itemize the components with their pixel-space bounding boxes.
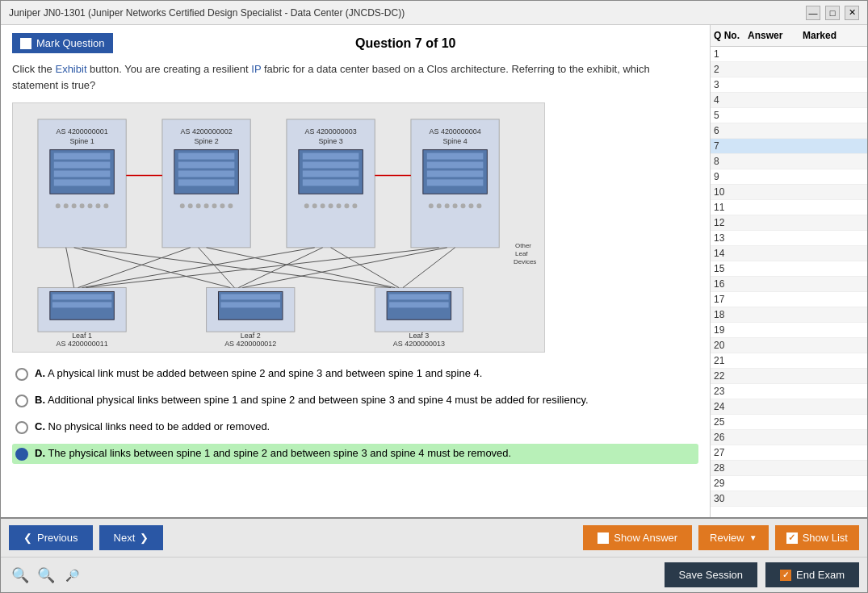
qrow-number: 10 bbox=[714, 186, 748, 198]
table-row[interactable]: 25 bbox=[711, 415, 867, 430]
table-row[interactable]: 1 bbox=[711, 47, 867, 62]
qrow-answer bbox=[748, 125, 803, 136]
qrow-marked bbox=[803, 217, 851, 228]
show-list-label: Show List bbox=[803, 532, 848, 544]
table-row[interactable]: 29 bbox=[711, 476, 867, 491]
svg-point-13 bbox=[88, 203, 93, 208]
qrow-marked bbox=[803, 232, 851, 244]
table-row[interactable]: 9 bbox=[711, 169, 867, 185]
table-row[interactable]: 14 bbox=[711, 246, 867, 261]
qrow-number: 6 bbox=[714, 125, 748, 136]
svg-text:AS 4200000002: AS 4200000002 bbox=[181, 127, 233, 136]
save-session-button[interactable]: Save Session bbox=[665, 562, 758, 587]
table-row[interactable]: 22 bbox=[711, 369, 867, 384]
svg-rect-8 bbox=[54, 179, 111, 186]
close-button[interactable]: ✕ bbox=[845, 6, 859, 20]
option-d[interactable]: D. The physical links between spine 1 an… bbox=[12, 444, 698, 464]
next-arrow-icon bbox=[140, 532, 149, 544]
qrow-marked bbox=[803, 94, 851, 106]
svg-point-12 bbox=[80, 203, 85, 208]
option-b-radio[interactable] bbox=[15, 395, 28, 407]
show-list-button[interactable]: Show List bbox=[775, 525, 859, 550]
table-row[interactable]: 16 bbox=[711, 277, 867, 292]
table-row[interactable]: 30 bbox=[711, 491, 867, 507]
qrow-answer bbox=[748, 370, 803, 382]
table-row[interactable]: 5 bbox=[711, 108, 867, 123]
show-answer-button[interactable]: Show Answer bbox=[583, 525, 692, 550]
qrow-answer bbox=[748, 401, 803, 412]
svg-rect-36 bbox=[303, 162, 359, 169]
table-row[interactable]: 3 bbox=[711, 77, 867, 93]
qrow-number: 5 bbox=[714, 110, 748, 121]
qrow-number: 29 bbox=[714, 478, 748, 489]
table-row[interactable]: 7 bbox=[711, 139, 867, 154]
table-row[interactable]: 21 bbox=[711, 353, 867, 369]
toolbar: Mark Question Question 7 of 10 bbox=[12, 33, 698, 53]
table-row[interactable]: 24 bbox=[711, 399, 867, 415]
table-row[interactable]: 19 bbox=[711, 323, 867, 338]
table-row[interactable]: 6 bbox=[711, 123, 867, 139]
option-c-radio[interactable] bbox=[15, 421, 28, 434]
table-row[interactable]: 4 bbox=[711, 93, 867, 108]
table-row[interactable]: 23 bbox=[711, 384, 867, 399]
table-row[interactable]: 8 bbox=[711, 154, 867, 169]
qrow-answer bbox=[748, 324, 803, 336]
option-a-radio[interactable] bbox=[15, 368, 28, 381]
option-a[interactable]: A. A physical link must be added between… bbox=[12, 364, 698, 384]
svg-rect-64 bbox=[52, 302, 112, 307]
table-row[interactable]: 12 bbox=[711, 215, 867, 231]
qrow-answer bbox=[748, 447, 803, 458]
exhibit-svg: AS 4200000001 Spine 1 bbox=[13, 103, 544, 352]
table-row[interactable]: 11 bbox=[711, 200, 867, 215]
minimize-button[interactable]: — bbox=[806, 6, 820, 20]
zoom-controls: 🔍 🔍 🔎 bbox=[9, 564, 83, 587]
col-answer-header: Answer bbox=[748, 30, 803, 41]
qrow-answer bbox=[748, 478, 803, 489]
option-b[interactable]: B. Additional physical links between spi… bbox=[12, 390, 698, 411]
table-row[interactable]: 10 bbox=[711, 185, 867, 200]
svg-text:Leaf 3: Leaf 3 bbox=[409, 332, 429, 340]
table-row[interactable]: 27 bbox=[711, 445, 867, 461]
qrow-number: 30 bbox=[714, 493, 748, 504]
table-row[interactable]: 17 bbox=[711, 292, 867, 307]
svg-rect-7 bbox=[54, 170, 111, 177]
review-button[interactable]: Review ▼ bbox=[698, 525, 769, 550]
qrow-answer bbox=[748, 263, 803, 274]
qrow-number: 7 bbox=[714, 140, 748, 152]
qrow-marked bbox=[803, 263, 851, 274]
qrow-answer bbox=[748, 79, 803, 90]
table-row[interactable]: 13 bbox=[711, 231, 867, 246]
previous-label: Previous bbox=[37, 532, 78, 544]
option-d-text: D. The physical links between spine 1 an… bbox=[35, 447, 511, 459]
next-button[interactable]: Next bbox=[99, 525, 164, 550]
table-row[interactable]: 2 bbox=[711, 62, 867, 77]
option-d-radio[interactable] bbox=[15, 448, 28, 461]
svg-point-24 bbox=[180, 203, 185, 208]
zoom-in-button[interactable]: 🔍 bbox=[9, 564, 31, 587]
maximize-button[interactable]: □ bbox=[825, 6, 840, 20]
mark-question-button[interactable]: Mark Question bbox=[12, 33, 113, 53]
qrow-number: 4 bbox=[714, 94, 748, 106]
qrow-answer bbox=[748, 171, 803, 182]
qrow-marked bbox=[803, 355, 851, 366]
svg-text:AS 4200000013: AS 4200000013 bbox=[393, 340, 445, 348]
svg-text:AS 4200000004: AS 4200000004 bbox=[430, 127, 481, 136]
table-row[interactable]: 18 bbox=[711, 307, 867, 323]
table-row[interactable]: 28 bbox=[711, 461, 867, 476]
zoom-reset-button[interactable]: 🔍 bbox=[35, 564, 57, 587]
svg-point-29 bbox=[220, 203, 224, 208]
previous-button[interactable]: Previous bbox=[9, 525, 93, 550]
option-b-text: B. Additional physical links between spi… bbox=[35, 394, 589, 406]
table-row[interactable]: 26 bbox=[711, 430, 867, 445]
svg-point-57 bbox=[453, 203, 458, 208]
prev-arrow-icon bbox=[23, 532, 32, 544]
table-row[interactable]: 20 bbox=[711, 338, 867, 353]
zoom-out-button[interactable]: 🔎 bbox=[61, 564, 83, 587]
qrow-answer bbox=[748, 278, 803, 290]
table-row[interactable]: 15 bbox=[711, 261, 867, 277]
question-list[interactable]: 1234567891011121314151617181920212223242… bbox=[711, 47, 867, 517]
end-exam-button[interactable]: End Exam bbox=[765, 562, 859, 587]
option-c[interactable]: C. No physical links need to be added or… bbox=[12, 417, 698, 437]
qrow-marked bbox=[803, 478, 851, 489]
qrow-number: 14 bbox=[714, 248, 748, 259]
